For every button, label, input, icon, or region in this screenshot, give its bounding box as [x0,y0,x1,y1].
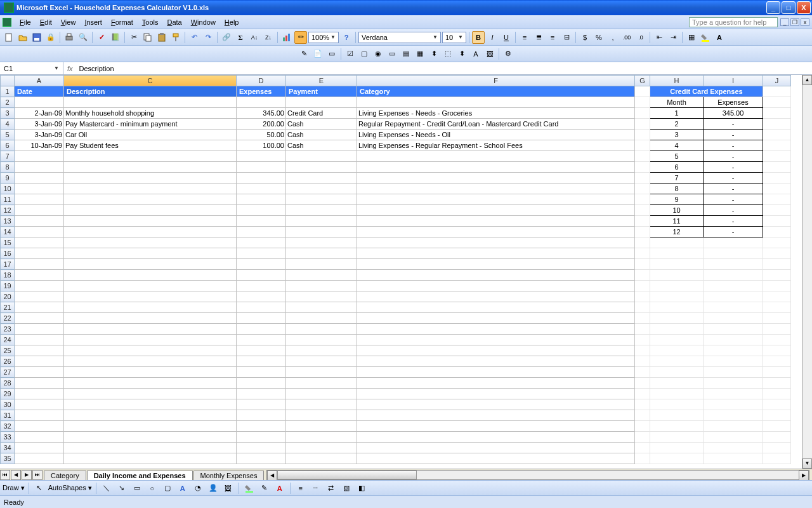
cell-C14[interactable] [64,227,237,237]
cell-H26[interactable] [650,356,704,367]
cell-E20[interactable] [286,291,357,302]
cell-J30[interactable] [763,399,791,410]
cell-C2[interactable] [64,97,237,108]
line-button[interactable]: ＼ [100,482,113,495]
cell-J11[interactable] [763,194,791,205]
cell-I20[interactable] [704,291,763,302]
cell-D23[interactable] [237,324,286,335]
cell-G35[interactable] [635,453,650,464]
cell-C15[interactable] [64,237,237,248]
cell-E23[interactable] [286,324,357,335]
cell-E22[interactable] [286,313,357,324]
cell-H16[interactable] [650,248,704,259]
cell-J14[interactable] [763,227,791,237]
cell-G8[interactable] [635,162,650,173]
cell-D4[interactable]: 200.00 [237,119,286,130]
help-button[interactable]: ? [340,31,353,44]
fx-icon[interactable]: fx [63,65,77,72]
row-header-6[interactable]: 6 [1,140,15,151]
cell-H28[interactable] [650,378,704,389]
cell-A10[interactable] [15,184,64,194]
cell-A27[interactable] [15,367,64,378]
cell-D26[interactable] [237,356,286,367]
cell-C33[interactable] [64,432,237,443]
cell-C22[interactable] [64,313,237,324]
cell-D1[interactable]: Expenses [237,86,286,97]
tab-nav-next[interactable]: ▶ [22,470,32,480]
cell-H11[interactable]: 9 [650,194,704,205]
select-objects-button[interactable]: ↖ [33,482,46,495]
cell-H13[interactable]: 11 [650,216,704,227]
cell-F22[interactable] [357,313,635,324]
cell-G23[interactable] [635,324,650,335]
cell-G10[interactable] [635,184,650,194]
row-header-21[interactable]: 21 [1,302,15,313]
row-header-29[interactable]: 29 [1,389,15,399]
tool-2[interactable]: 📄 [311,48,324,60]
cell-E29[interactable] [286,389,357,399]
cell-H33[interactable] [650,432,704,443]
bold-button[interactable]: B [472,31,485,44]
cell-H4[interactable]: 2 [650,119,704,130]
cell-I4[interactable]: - [704,119,763,130]
cell-E35[interactable] [286,453,357,464]
cell-J1[interactable] [763,86,791,97]
menu-window[interactable]: Window [187,17,220,27]
tool-10[interactable]: ⬍ [428,48,440,60]
cell-E12[interactable] [286,205,357,216]
cell-G29[interactable] [635,389,650,399]
cell-A33[interactable] [15,432,64,443]
redo-button[interactable]: ↷ [202,31,214,44]
cell-E32[interactable] [286,421,357,432]
cell-C13[interactable] [64,216,237,227]
cell-G6[interactable] [635,140,650,151]
row-header-11[interactable]: 11 [1,194,15,205]
line-color-button[interactable]: ✎ [258,482,271,495]
decrease-decimal-button[interactable]: .0 [634,31,647,44]
cell-E10[interactable] [286,184,357,194]
close-button[interactable]: X [797,1,811,14]
cell-E14[interactable] [286,227,357,237]
picture-button[interactable]: 🖼 [222,482,235,495]
col-header-C[interactable]: C [64,76,237,86]
cell-G20[interactable] [635,291,650,302]
row-header-25[interactable]: 25 [1,345,15,356]
cell-C4[interactable]: Pay Mastercard - minimum payment [64,119,237,130]
sort-asc-button[interactable]: A↓ [248,31,261,44]
cell-G17[interactable] [635,259,650,270]
cell-C10[interactable] [64,184,237,194]
cell-D29[interactable] [237,389,286,399]
cell-J25[interactable] [763,345,791,356]
cell-F3[interactable]: Living Expenses - Needs - Groceries [357,108,635,119]
row-header-27[interactable]: 27 [1,367,15,378]
cell-A17[interactable] [15,259,64,270]
row-header-16[interactable]: 16 [1,248,15,259]
cell-J6[interactable] [763,140,791,151]
cell-I10[interactable]: - [704,184,763,194]
row-header-9[interactable]: 9 [1,173,15,184]
cell-A26[interactable] [15,356,64,367]
cell-I31[interactable] [704,410,763,421]
zoom-select[interactable]: 100%▼ [308,32,339,43]
cell-H21[interactable] [650,302,704,313]
cell-C23[interactable] [64,324,237,335]
spelling-button[interactable]: ✓ [95,31,108,44]
decrease-indent-button[interactable]: ⇤ [653,31,665,44]
cell-I22[interactable] [704,313,763,324]
cell-G32[interactable] [635,421,650,432]
cell-D28[interactable] [237,378,286,389]
help-search-input[interactable]: Type a question for help [689,17,778,27]
cell-F20[interactable] [357,291,635,302]
cell-E30[interactable] [286,399,357,410]
cell-D35[interactable] [237,453,286,464]
rectangle-button[interactable]: ▭ [131,482,143,495]
cell-F26[interactable] [357,356,635,367]
row-header-3[interactable]: 3 [1,108,15,119]
row-header-17[interactable]: 17 [1,259,15,270]
cell-C19[interactable] [64,281,237,291]
cell-I30[interactable] [704,399,763,410]
diagram-button[interactable]: ◔ [192,482,204,495]
sheet-tab-category[interactable]: Category [44,471,86,480]
row-header-32[interactable]: 32 [1,421,15,432]
cell-G27[interactable] [635,367,650,378]
